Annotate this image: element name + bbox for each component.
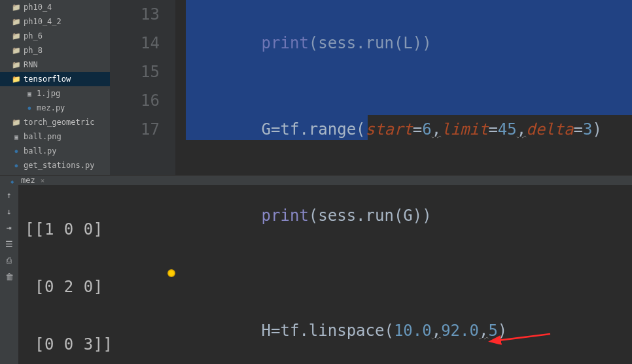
run-tab[interactable]: mez × — [5, 176, 50, 185]
tree-item[interactable]: torch_geometric — [0, 115, 110, 129]
tree-item[interactable]: get_stations.py — [0, 158, 110, 173]
tree-item[interactable]: ph_8 — [0, 43, 110, 58]
close-icon[interactable]: × — [41, 176, 45, 185]
wrap-icon[interactable]: ⇥ — [7, 223, 12, 233]
folder-icon — [12, 74, 21, 84]
down-icon[interactable]: ↓ — [7, 207, 12, 216]
tree-item[interactable]: ball.py — [0, 144, 110, 158]
folder-icon — [12, 46, 21, 55]
intention-bulb-icon[interactable] — [167, 269, 175, 277]
tree-item[interactable]: mez.py — [0, 101, 110, 115]
folder-icon — [12, 31, 21, 41]
soft-wrap-icon[interactable]: ☰ — [5, 239, 13, 249]
python-icon — [12, 146, 21, 156]
tree-item[interactable]: 1.jpg — [0, 86, 110, 101]
print-icon[interactable]: ⎙ — [7, 256, 12, 265]
trash-icon[interactable]: 🗑 — [5, 272, 14, 282]
folder-icon — [12, 60, 21, 69]
code-editor[interactable]: 13 14 15 16 17 print(sess.run(L)) G=tf.r… — [110, 0, 632, 175]
tree-item[interactable]: RNN — [0, 58, 110, 72]
project-tree[interactable]: ph10_4 ph10_4_2 ph_6 ph_8 RNN tensorflow… — [0, 0, 110, 175]
code-area[interactable]: print(sess.run(L)) G=tf.range(start=6,li… — [175, 0, 632, 175]
tree-item-selected[interactable]: tensorflow — [0, 72, 110, 86]
python-icon — [10, 176, 18, 184]
tree-item[interactable]: ph10_4_2 — [0, 14, 110, 29]
code-line[interactable]: print(sess.run(L)) — [175, 0, 632, 86]
tree-item[interactable]: ph10_4 — [0, 0, 110, 14]
folder-icon — [12, 17, 21, 26]
tree-item[interactable]: ball.png — [0, 129, 110, 144]
folder-icon — [12, 118, 21, 127]
python-icon — [25, 103, 34, 112]
folder-icon — [12, 3, 21, 12]
code-line[interactable]: G=tf.range(start=6,limit=45,delta=3) — [175, 86, 632, 173]
image-icon — [12, 132, 21, 141]
console-toolbar: ↑ ↓ ⇥ ☰ ⎙ 🗑 — [0, 185, 18, 364]
image-icon — [25, 89, 34, 98]
tree-item[interactable]: ph_6 — [0, 29, 110, 43]
line-gutter: 13 14 15 16 17 — [110, 0, 175, 175]
up-icon[interactable]: ↑ — [7, 190, 12, 200]
python-icon — [12, 161, 21, 170]
